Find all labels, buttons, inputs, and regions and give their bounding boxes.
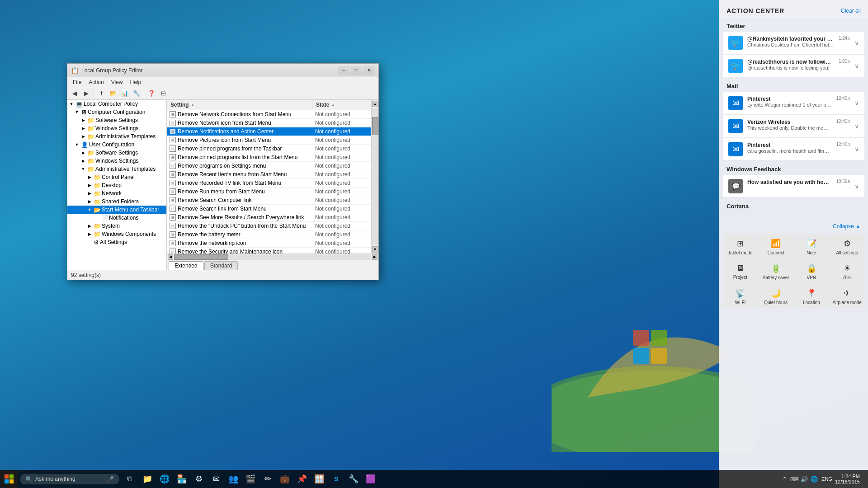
settings-row-13[interactable]: ⊞ Remove the "Undock PC" button from the… xyxy=(167,222,371,230)
tree-notifications[interactable]: ▶ 📄 Notifications xyxy=(67,214,166,222)
taskbar-work[interactable]: 💼 xyxy=(277,471,293,487)
qb-all-settings[interactable]: ⚙ All settings xyxy=(830,234,864,258)
expander-net[interactable]: ▶ xyxy=(86,190,93,197)
taskbar-store[interactable]: 🏪 xyxy=(174,471,190,487)
settings-row-12[interactable]: ⊞ Remove See More Results / Search Every… xyxy=(167,213,371,222)
taskbar-windows[interactable]: 🪟 xyxy=(311,471,327,487)
taskbar-app1[interactable]: 🟪 xyxy=(363,471,379,487)
qb-project[interactable]: 🖥 Project xyxy=(723,259,758,283)
settings-row-11[interactable]: ⊞ Remove Search link from Start Menu Not… xyxy=(167,205,371,213)
expand-notif-2[interactable]: ∨ xyxy=(854,62,859,70)
gpe-titlebar[interactable]: 📋 Local Group Policy Editor ─ □ ✕ xyxy=(67,64,378,77)
start-button[interactable] xyxy=(0,470,18,488)
qb-battery-saver[interactable]: 🔋 Battery saver xyxy=(759,259,793,283)
tb-filter[interactable]: ⊟ xyxy=(158,89,169,99)
expander-sys[interactable]: ▶ xyxy=(86,223,93,229)
tb-up[interactable]: ⬆ xyxy=(96,89,107,99)
settings-row-6[interactable]: ⊞ Remove programs on Settings menu Not c… xyxy=(167,162,371,170)
tb-wrench[interactable]: 🔧 xyxy=(131,89,142,99)
settings-row-1[interactable]: ⊞ Remove Network icon from Start Menu No… xyxy=(167,119,371,127)
taskbar-clock[interactable]: 1:24 PM 12/16/2015 xyxy=(835,474,860,484)
taskbar-pin[interactable]: 📌 xyxy=(294,471,310,487)
expander-ws-uc[interactable]: ▶ xyxy=(80,158,86,164)
hscroll-left[interactable]: ◀ xyxy=(168,254,173,260)
expander-dsk[interactable]: ▶ xyxy=(86,182,93,188)
tab-extended[interactable]: Extended xyxy=(169,261,203,270)
expander-ss-uc[interactable]: ▶ xyxy=(80,150,86,156)
tree-network[interactable]: ▶ 📁 Network xyxy=(67,189,166,197)
expander-cp[interactable]: ▶ xyxy=(86,174,93,180)
systray-lang[interactable]: ENG xyxy=(820,476,834,482)
qb-vpn[interactable]: 🔒 VPN xyxy=(794,259,829,283)
taskbar-people[interactable]: 👥 xyxy=(225,471,241,487)
taskbar-mail[interactable]: ✉ xyxy=(208,471,224,487)
tree-computer-config[interactable]: ▼ 🖥 Computer Configuration xyxy=(67,108,166,116)
h-scrollbar[interactable]: ◀ ▶ xyxy=(167,253,378,260)
qb-quiet-hours[interactable]: 🌙 Quiet hours xyxy=(759,284,793,308)
expander-at-cc[interactable]: ▶ xyxy=(80,133,86,140)
scroll-down-btn[interactable]: ▼ xyxy=(372,246,378,253)
settings-row-9[interactable]: ⊞ Remove Run menu from Start Menu Not co… xyxy=(167,188,371,196)
qb-brightness[interactable]: ☀ 75% xyxy=(830,259,864,283)
tree-windows-settings-uc[interactable]: ▶ 📁 Windows Settings xyxy=(67,157,166,165)
expander-uc[interactable]: ▼ xyxy=(74,141,80,148)
expand-mail-3[interactable]: ∨ xyxy=(854,145,859,153)
expander-ws-cc[interactable]: ▶ xyxy=(80,125,86,131)
settings-row-5[interactable]: ⊞ Remove pinned programs list from the S… xyxy=(167,153,371,162)
taskbar-tools[interactable]: 🔧 xyxy=(345,471,362,487)
tb-help[interactable]: ❓ xyxy=(146,89,157,99)
qb-connect[interactable]: 📶 Connect xyxy=(759,234,793,258)
qb-wifi[interactable]: 📡 Wi-Fi xyxy=(723,284,758,308)
expander-at-uc[interactable]: ▼ xyxy=(80,166,86,172)
systray-chevron[interactable]: ⌃ xyxy=(780,474,789,483)
hscroll-thumb[interactable] xyxy=(174,254,228,260)
tree-desktop[interactable]: ▶ 📁 Desktop xyxy=(67,181,166,189)
tree-windows-components[interactable]: ▶ 📁 Windows Components xyxy=(67,230,166,238)
settings-row-7[interactable]: ⊞ Remove Recent Items menu from Start Me… xyxy=(167,170,371,179)
taskbar-file-explorer[interactable]: 📁 xyxy=(139,471,156,487)
taskbar-movies[interactable]: 🎬 xyxy=(242,471,259,487)
tree-software-settings-uc[interactable]: ▶ 📁 Software Settings xyxy=(67,149,166,157)
minimize-button[interactable]: ─ xyxy=(338,66,349,75)
expander-wc[interactable]: ▶ xyxy=(86,231,93,237)
qb-location[interactable]: 📍 Location xyxy=(794,284,829,308)
expand-feedback[interactable]: ∨ xyxy=(854,183,859,190)
menu-file[interactable]: File xyxy=(69,78,85,86)
settings-col-header[interactable]: Setting ▲ xyxy=(167,100,312,110)
tb-back[interactable]: ◀ xyxy=(69,89,80,99)
expand-mail-2[interactable]: ∨ xyxy=(854,122,859,130)
ac-notif-feedback[interactable]: 💬 How satisfied are you with how the 10:… xyxy=(723,175,864,197)
tab-standard[interactable]: Standard xyxy=(204,261,238,270)
scroll-up-btn[interactable]: ▲ xyxy=(372,101,378,107)
settings-row-16[interactable]: ⊞ Remove the Security and Maintenance ic… xyxy=(167,248,371,253)
ac-notif-twitter-2[interactable]: 🐦 @realsethhorus is now following yo @re… xyxy=(723,55,864,77)
settings-row-8[interactable]: ⊞ Remove Recorded TV link from Start Men… xyxy=(167,179,371,188)
gpe-settings-list[interactable]: Setting ▲ State ▲ ⊞ Remove Network Conne… xyxy=(167,100,371,253)
tree-start-menu-taskbar[interactable]: ▼ 📂 Start Menu and Taskbar xyxy=(67,206,166,214)
tb-forward[interactable]: ▶ xyxy=(81,89,92,99)
systray-volume[interactable]: 🔊 xyxy=(800,474,809,483)
hscroll-right[interactable]: ▶ xyxy=(372,254,377,260)
qb-airplane[interactable]: ✈ Airplane mode xyxy=(830,284,864,308)
menu-view[interactable]: View xyxy=(108,78,127,86)
settings-row-3[interactable]: ⊞ Remove Pictures icon from Start Menu N… xyxy=(167,136,371,145)
tree-shared-folders[interactable]: ▶ 📁 Shared Folders xyxy=(67,197,166,206)
tree-local-computer-policy[interactable]: ▼ 💻 Local Computer Policy xyxy=(67,100,166,108)
close-button[interactable]: ✕ xyxy=(363,66,375,75)
settings-scrollbar[interactable]: ▲ ▼ xyxy=(371,100,378,253)
taskbar-settings[interactable]: ⚙ xyxy=(191,471,207,487)
settings-row-14[interactable]: ⊞ Remove the battery meter Not configure… xyxy=(167,230,371,239)
expander-cc[interactable]: ▼ xyxy=(74,109,80,115)
taskbar-search[interactable]: 🔍 Ask me anything 🎤 xyxy=(20,474,119,484)
taskbar-draw[interactable]: ✏ xyxy=(259,471,276,487)
tree-user-config[interactable]: ▼ 👤 User Configuration xyxy=(67,141,166,149)
expander-ss-cc[interactable]: ▶ xyxy=(80,117,86,123)
menu-help[interactable]: Help xyxy=(127,78,145,86)
settings-row-0[interactable]: ⊞ Remove Network Connections from Start … xyxy=(167,110,371,119)
tb-folder[interactable]: 📂 xyxy=(108,89,118,99)
menu-action[interactable]: Action xyxy=(85,78,107,86)
gpe-tree[interactable]: ▼ 💻 Local Computer Policy ▼ 🖥 Computer C… xyxy=(67,100,167,270)
ac-notif-mail-3[interactable]: ✉ Pinterest cara gosselin, mens health a… xyxy=(723,138,864,160)
qb-note[interactable]: 📝 Note xyxy=(794,234,829,258)
tree-control-panel[interactable]: ▶ 📁 Control Panel xyxy=(67,173,166,181)
